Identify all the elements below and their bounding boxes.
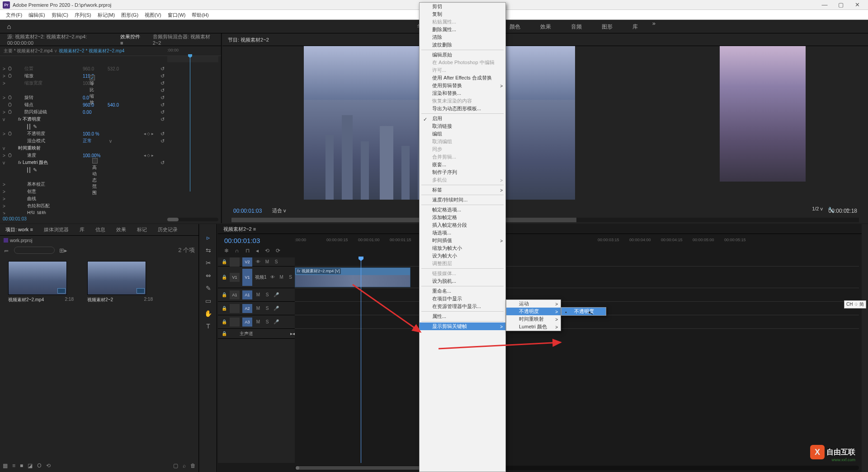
menu-item[interactable]: 波纹删除 [420, 41, 505, 49]
menu-item[interactable]: 时间插值> [420, 237, 505, 244]
tl-tool-icon[interactable]: ⊓ [245, 248, 250, 254]
audio-track-header[interactable]: 🔒A3MS🎤 [218, 315, 295, 329]
project-tab[interactable]: 效果 [111, 226, 132, 233]
minimize-button[interactable]: — [816, 0, 833, 10]
menu-item[interactable]: 导出为动态图形模板... [420, 105, 505, 112]
context-submenu-keyframes[interactable]: 运动>不透明度>时间重映射>Lumetri 颜色> [506, 299, 561, 331]
timeline-clip[interactable]: 视频素材2~2.mp4 [V] [295, 267, 410, 287]
tl-tool-icon[interactable]: ∩ [235, 248, 239, 254]
menu-item[interactable]: 使用剪辑替换> [420, 82, 505, 89]
footer-icon[interactable]: ⌕ [183, 463, 186, 469]
menu-item[interactable]: 视图(V) [142, 10, 165, 20]
project-tab[interactable]: 媒体浏览器 [38, 226, 74, 233]
workspace-tab[interactable]: 图形 [592, 20, 623, 33]
menu-item[interactable]: 窗口(W) [165, 10, 189, 20]
tl-tool-icon[interactable]: ⟲ [265, 248, 269, 254]
bin-item[interactable]: 视频素材2~2.mp42:18 [8, 261, 74, 302]
tool-button[interactable]: T [206, 322, 210, 330]
menu-item[interactable]: 设为脱机... [420, 277, 505, 285]
context-menu[interactable]: 剪切复制粘贴属性...删除属性...清除波纹删除编辑原始在 Adobe Phot… [419, 2, 506, 472]
property-row[interactable]: >Ö位置960.0532.0↺ [0, 65, 167, 72]
maximize-button[interactable]: ▢ [833, 0, 849, 10]
project-tab[interactable]: 库 [74, 226, 90, 233]
tl-tool-icon[interactable]: ⟳ [276, 248, 280, 254]
timeline-ruler[interactable]: :00:0000:00:00:1500:00:01:0000:00:01:150… [295, 237, 859, 244]
workspace-overflow[interactable]: » [648, 20, 660, 33]
menu-item[interactable]: 文件(F) [3, 10, 25, 20]
tool-button[interactable]: ✋ [204, 310, 212, 317]
menu-item[interactable]: 在资源管理器中显示... [420, 303, 505, 310]
menu-item[interactable]: 标记(M) [94, 10, 118, 20]
property-row[interactable]: 混合模式正常v↺ [0, 137, 167, 145]
project-toolbar[interactable]: ⫭ ⊞▸ 2 个项 [0, 245, 198, 256]
menu-item[interactable]: 清除 [420, 33, 505, 41]
footer-icon[interactable]: O [37, 463, 41, 469]
property-row[interactable]: v 时间重映射 [0, 145, 167, 152]
menu-item[interactable]: 在项目中显示 [420, 295, 505, 303]
menu-item[interactable]: 运动> [506, 300, 561, 308]
tl-tool-icon[interactable]: ◂ [256, 248, 259, 254]
timeline-tools[interactable]: ❄∩⊓◂⟲⟳ [224, 248, 280, 254]
ec-scrollbar[interactable] [167, 218, 218, 221]
master-track[interactable]: 🔒主声道▸◂ [218, 329, 295, 339]
menu-item[interactable]: 剪辑(C) [48, 10, 71, 20]
program-fit-dropdown[interactable]: 适合 v [272, 207, 286, 214]
menu-item[interactable]: 缩放为帧大小 [420, 244, 505, 252]
property-row[interactable]: 高动态范围 [0, 173, 167, 181]
audio-track-header[interactable]: 🔒A1A1MS🎤 [218, 288, 295, 302]
menu-item[interactable]: 使用 After Effects 合成替换 [420, 74, 505, 82]
property-row[interactable]: > 色轮和匹配 [0, 202, 167, 210]
project-tab[interactable]: 项目: work ≡ [0, 226, 38, 233]
project-tab[interactable]: 信息 [90, 226, 111, 233]
property-row[interactable]: Ö锚点960.0540.0↺ [0, 101, 167, 108]
audio-track-header[interactable]: 🔒A2MS🎤 [218, 302, 295, 315]
bin-item[interactable]: 视频素材2~22:18 [87, 261, 153, 302]
footer-icon[interactable]: ◪ [28, 463, 33, 469]
footer-icon[interactable]: ■ [20, 463, 23, 469]
close-button[interactable]: ✕ [849, 0, 865, 10]
menu-item[interactable]: 帧定格选项... [420, 206, 505, 214]
menu-item[interactable]: 时间重映射> [506, 315, 561, 323]
ime-indicator[interactable]: CH ♢ 简 [844, 300, 866, 308]
property-row[interactable]: >Ö防闪烁滤镜0.00↺ [0, 108, 167, 116]
menu-item[interactable]: 嵌套... [420, 161, 505, 168]
tools-column[interactable]: ▹⇆✂⇔✎▭✋T [200, 224, 217, 472]
menu-item[interactable]: 帮助(H) [189, 10, 212, 20]
timeline-tracks[interactable]: 视频素材2~2.mp4 [V] [295, 257, 859, 463]
effect-controls-tabs[interactable]: 源: 视频素材2~2: 视频素材2~2.mp4: 00:00:00:00效果控件… [0, 33, 221, 46]
menu-item[interactable]: 重命名... [420, 287, 505, 295]
menu-item[interactable]: 复制 [420, 10, 505, 18]
menu-item[interactable]: 删除属性... [420, 26, 505, 33]
tool-button[interactable]: ⇆ [206, 247, 211, 254]
property-row[interactable]: >Ö旋转0.0↺ [0, 94, 167, 101]
ec-tab[interactable]: 音频剪辑混合器: 视频素材2~2 [148, 33, 221, 46]
tl-tool-icon[interactable]: ❄ [224, 248, 229, 254]
timeline-scrollbar[interactable] [295, 466, 859, 470]
tool-button[interactable]: ▭ [205, 297, 211, 304]
menu-item[interactable]: 标签> [420, 186, 505, 194]
workspace-tab[interactable]: 库 [623, 20, 648, 33]
property-row[interactable]: > 创意 [0, 188, 167, 195]
menu-item[interactable]: 取消链接 [420, 122, 505, 130]
tool-button[interactable]: ✎ [206, 285, 211, 292]
effect-controls-timeline[interactable]: :00:00 [167, 56, 218, 64]
timeline-playhead[interactable] [361, 257, 361, 463]
video-track-header[interactable]: 🔒V2👁MS [218, 257, 295, 266]
menu-item[interactable]: 插入帧定格分段 [420, 221, 505, 229]
project-tab[interactable]: 历史记录 [152, 226, 183, 233]
property-row[interactable]: > HSL 辅助 [0, 210, 167, 214]
track-headers[interactable]: 🔒V2👁MS🔒V1V1视频1👁MS🔒A1A1MS🎤🔒A2MS🎤🔒A3MS🎤🔒主声… [218, 257, 295, 463]
workspace-tab[interactable]: 效果 [530, 20, 561, 33]
project-footer[interactable]: ▦≡■◪O⟲▢⌕🗑 [3, 461, 196, 470]
menu-item[interactable]: 添加帧定格 [420, 214, 505, 221]
ec-tab[interactable]: 效果控件 ≡ [116, 33, 148, 46]
property-row[interactable]: >Ö不透明度100.0 %◂ ◇ ▸↺ [0, 130, 167, 137]
property-row[interactable] [0, 123, 167, 130]
menu-item[interactable]: 显示剪辑关键帧> [420, 322, 505, 330]
property-row[interactable]: > 基本校正 [0, 181, 167, 188]
new-bin-icon[interactable]: ⊞▸ [59, 247, 67, 254]
project-tab[interactable]: 标记 [132, 226, 152, 233]
ec-timecode[interactable]: 00:00:01:03 [3, 216, 27, 221]
project-bins[interactable]: 视频素材2~2.mp42:18视频素材2~22:18 [0, 256, 198, 307]
footer-icon[interactable]: 🗑 [190, 463, 196, 469]
